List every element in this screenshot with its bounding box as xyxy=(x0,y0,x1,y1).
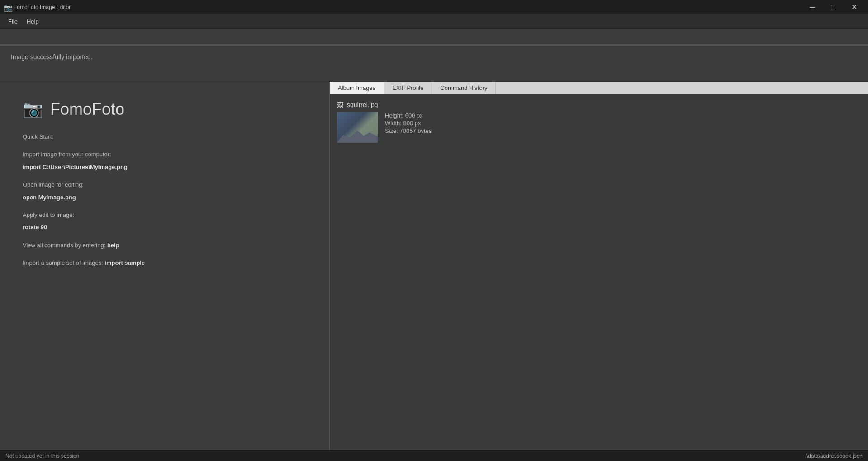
quickstart-section: Quick Start: Import image from your comp… xyxy=(23,132,307,270)
maximize-button[interactable]: □ xyxy=(823,0,844,14)
image-size: Size: 70057 bytes xyxy=(385,127,432,134)
tab-content-album: 🖼 squirrel.jpg Height: 600 px Width: 800… xyxy=(330,94,868,450)
quickstart-apply-label: Apply edit to image: xyxy=(23,210,307,220)
title-bar-left: 📷 FomoFoto Image Editor xyxy=(4,4,71,11)
status-bar-right-text: .\data\addressbook.json xyxy=(805,453,863,459)
quickstart-sample-label: Import a sample set of images: import sa… xyxy=(23,258,307,268)
quickstart-help-label: View all commands by entering: help xyxy=(23,240,307,250)
command-area xyxy=(0,29,868,45)
title-bar-controls: ─ □ ✕ xyxy=(802,0,864,14)
thumbnail-placeholder xyxy=(337,112,378,143)
image-width: Width: 800 px xyxy=(385,120,432,127)
menu-file[interactable]: File xyxy=(4,16,22,27)
quickstart-import-cmd: import C:\User\Pictures\MyImage.png xyxy=(23,162,307,172)
tab-album-images[interactable]: Album Images xyxy=(330,82,384,94)
image-entry: 🖼 squirrel.jpg Height: 600 px Width: 800… xyxy=(337,101,861,143)
image-meta: Height: 600 px Width: 800 px Size: 70057… xyxy=(385,112,432,134)
image-height: Height: 600 px xyxy=(385,112,432,119)
image-details-row: Height: 600 px Width: 800 px Size: 70057… xyxy=(337,112,861,143)
app-name: FomoFoto xyxy=(50,100,124,119)
status-message-area: Image successfully imported. xyxy=(0,46,868,82)
quickstart-import-label: Import image from your computer: xyxy=(23,149,307,160)
menu-help[interactable]: Help xyxy=(22,16,43,27)
quickstart-open-label: Open image for editing: xyxy=(23,179,307,190)
image-file-icon: 🖼 xyxy=(337,101,343,108)
quickstart-open-cmd: open MyImage.png xyxy=(23,192,307,202)
title-bar: 📷 FomoFoto Image Editor ─ □ ✕ xyxy=(0,0,868,14)
main-content: 📷 FomoFoto Quick Start: Import image fro… xyxy=(0,82,868,450)
tab-exif-profile[interactable]: EXIF Profile xyxy=(384,82,432,94)
close-button[interactable]: ✕ xyxy=(844,0,864,14)
left-panel: 📷 FomoFoto Quick Start: Import image fro… xyxy=(0,82,329,450)
quickstart-heading: Quick Start: xyxy=(23,132,307,142)
menu-bar: File Help xyxy=(0,14,868,29)
app-icon: 📷 xyxy=(4,4,11,11)
image-thumbnail xyxy=(337,112,378,143)
command-input[interactable] xyxy=(7,33,861,40)
status-bar: Not updated yet in this session .\data\a… xyxy=(0,450,868,461)
tab-command-history[interactable]: Command History xyxy=(432,82,496,94)
status-bar-left-text: Not updated yet in this session xyxy=(5,453,79,459)
quickstart-apply-cmd: rotate 90 xyxy=(23,222,307,232)
tabs: Album Images EXIF Profile Command Histor… xyxy=(330,82,868,94)
status-message: Image successfully imported. xyxy=(11,53,93,61)
app-logo: 📷 FomoFoto xyxy=(23,100,307,119)
camera-icon: 📷 xyxy=(23,100,43,119)
image-filename: squirrel.jpg xyxy=(347,101,378,108)
image-entry-header: 🖼 squirrel.jpg xyxy=(337,101,861,108)
right-panel: Album Images EXIF Profile Command Histor… xyxy=(329,82,868,450)
minimize-button[interactable]: ─ xyxy=(802,0,823,14)
title-bar-title: FomoFoto Image Editor xyxy=(14,4,71,10)
